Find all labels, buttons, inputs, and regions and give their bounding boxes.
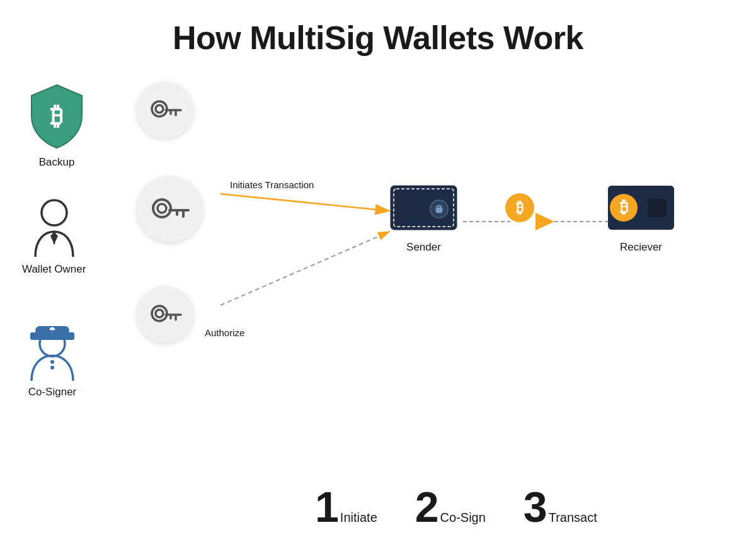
wallet-owner-key-circle [137,176,203,242]
step-2: 2 Co-Sign [415,485,486,528]
svg-point-8 [152,101,167,116]
backup-label: Backup [39,156,75,169]
sender-label: Sender [406,241,441,254]
svg-rect-43 [608,191,674,195]
svg-point-25 [50,360,54,364]
bitcoin-shield-icon: ₿ [25,82,88,151]
svg-point-28 [156,310,163,317]
diagram-area: ₿ Backup Wallet Owner [0,69,756,547]
co-signer-actor: Co-Signer [18,315,87,398]
svg-point-26 [50,366,54,369]
steps-row: 1 Initiate 2 Co-Sign 3 Transact [315,485,597,528]
step-1-number: 1 [315,485,339,528]
initiates-transaction-label: Initiates Transaction [230,179,314,190]
step-3: 3 Transact [524,485,597,528]
co-signer-key-circle [137,286,193,343]
co-signer-label: Co-Signer [28,386,77,398]
step-1: 1 Initiate [315,485,377,528]
co-signer-key-icon [148,302,183,327]
svg-text:₿: ₿ [516,199,524,216]
receiver-area: ₿ Reciever [605,176,677,254]
backup-key-icon [148,98,183,123]
step-3-text: Transact [549,510,597,525]
co-signer-icon [18,315,87,381]
arrows-overlay [0,69,756,547]
svg-marker-15 [50,232,58,244]
step-2-number: 2 [415,485,439,528]
svg-point-27 [152,306,167,321]
svg-marker-5 [536,213,554,230]
svg-line-3 [220,232,389,305]
svg-text:₿: ₿ [620,198,628,217]
authorize-label: Authorize [205,327,244,338]
svg-point-9 [156,105,163,113]
sender-wallet-icon [387,176,460,236]
svg-point-17 [158,204,166,213]
svg-rect-38 [436,208,442,213]
wallet-owner-icon [23,195,86,258]
svg-rect-34 [391,191,457,195]
svg-point-13 [42,200,67,225]
step-2-text: Co-Sign [440,510,486,525]
sender-area: Sender [387,176,460,254]
svg-text:₿: ₿ [50,102,63,130]
wallet-owner-label: Wallet Owner [22,263,86,276]
page-title: How MultiSig Wallets Work [0,0,756,57]
receiver-wallet-icon: ₿ [605,176,677,236]
step-1-text: Initiate [340,510,377,525]
step-3-number: 3 [524,485,547,528]
bitcoin-transfer-icon: ₿ [504,192,536,226]
wallet-owner-key-icon [149,195,190,225]
receiver-label: Reciever [620,241,662,254]
svg-rect-46 [648,198,667,217]
svg-point-16 [153,200,171,217]
backup-key-circle [137,82,193,138]
svg-line-2 [220,194,389,211]
wallet-owner-actor: Wallet Owner [22,195,86,276]
backup-actor: ₿ Backup [25,82,88,169]
